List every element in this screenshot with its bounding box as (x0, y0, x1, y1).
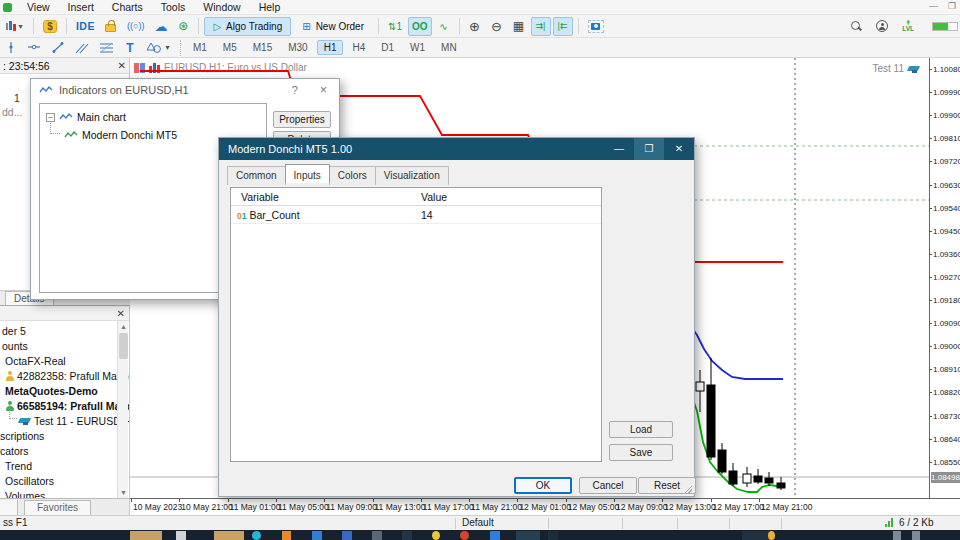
scroll-down-icon[interactable]: ▼ (119, 488, 128, 498)
text-tool[interactable]: T (120, 38, 140, 57)
nav-item-oscillators[interactable]: Oscillators (5, 474, 54, 488)
broadcast-button[interactable]: ((○)) (123, 17, 148, 36)
close-icon[interactable]: ✕ (118, 60, 126, 71)
tab-visualization[interactable]: Visualization (375, 166, 449, 185)
taskbar-icon[interactable] (490, 531, 500, 540)
nav-item-subscriptions[interactable]: scriptions (0, 429, 44, 443)
fibonacci-tool[interactable] (95, 38, 118, 57)
timeframe-mn[interactable]: MN (434, 40, 464, 55)
taskbar-icon[interactable] (342, 531, 352, 540)
scrollbar[interactable]: ▲ ▼ (117, 321, 128, 499)
tab-favorites[interactable]: Favorites (24, 500, 91, 515)
taskbar-icon[interactable] (372, 531, 382, 540)
tile-windows-button[interactable]: ▦ (509, 17, 529, 36)
taskbar-icon[interactable] (282, 531, 291, 540)
tree-item-modern-donchi[interactable]: Modern Donchi MT5 (82, 129, 177, 141)
menu-insert[interactable]: Insert (59, 1, 103, 13)
nav-item-octafx-real[interactable]: OctaFX-Real (5, 354, 66, 368)
cancel-button[interactable]: Cancel (579, 477, 637, 494)
scrollbar-thumb[interactable] (119, 333, 128, 359)
nav-item-account-42882358[interactable]: 42882358: Prafull Manoha (5, 369, 129, 383)
taskbar-icon[interactable] (432, 531, 440, 540)
tab-common[interactable]: Common (227, 166, 286, 185)
help-button[interactable]: ? (280, 84, 310, 96)
taskbar-active-app[interactable] (516, 531, 540, 540)
shapes-tool[interactable]: ▼ (142, 38, 175, 57)
timeframe-h1[interactable]: H1 (317, 40, 344, 55)
resize-grip[interactable] (683, 485, 692, 494)
save-button[interactable]: Save (609, 444, 673, 461)
nav-item-test11[interactable]: Test 11 - EURUSD,H1 (19, 414, 129, 428)
timeframe-d1[interactable]: D1 (374, 40, 401, 55)
ide-button[interactable]: IDE (72, 17, 99, 36)
zoom-in-button[interactable]: ⊕ (465, 17, 485, 36)
taskbar-tray-icon[interactable] (912, 531, 920, 540)
horizontal-line-tool[interactable] (23, 38, 45, 57)
nav-item-metaquotes-demo[interactable]: MetaQuotes-Demo (5, 384, 98, 398)
tree-item-main-chart[interactable]: Main chart (77, 111, 126, 123)
depth-of-market-button[interactable]: ΟΟ (408, 17, 432, 36)
menu-view[interactable]: View (18, 1, 59, 13)
lock-button[interactable] (101, 17, 121, 36)
indicators-dialog-titlebar[interactable]: Indicators on EURUSD,H1 ? × (31, 79, 339, 101)
taskbar-icon[interactable] (548, 531, 558, 540)
minimize-window-button[interactable]: — (929, 1, 938, 11)
menu-help[interactable]: Help (250, 1, 290, 13)
windows-taskbar[interactable] (0, 530, 960, 540)
taskbar-icon[interactable] (214, 531, 244, 540)
table-row[interactable]: 01 Bar_Count 14 (231, 206, 601, 224)
taskbar-icon[interactable] (252, 531, 261, 540)
timeframe-m15[interactable]: M15 (246, 40, 279, 55)
close-button[interactable]: ✕ (664, 138, 694, 160)
timeframe-w1[interactable]: W1 (403, 40, 432, 55)
deposit-button[interactable]: $ (39, 17, 61, 36)
taskbar-tray-icon[interactable] (893, 531, 901, 540)
market-watch-add-row[interactable]: dd... (2, 106, 22, 118)
zoom-out-button[interactable]: ⊖ (487, 17, 507, 36)
menu-tools[interactable]: Tools (152, 1, 195, 13)
taskbar-icon[interactable] (402, 531, 412, 540)
new-order-button[interactable]: ⊞ New Order (293, 17, 373, 36)
trendline-tool[interactable] (47, 38, 69, 57)
taskbar-icon[interactable] (312, 531, 322, 540)
timeframe-h4[interactable]: H4 (345, 40, 372, 55)
search-icon[interactable] (851, 21, 862, 32)
tab-colors[interactable]: Colors (329, 166, 376, 185)
shift-end-button[interactable]: ⇉| (531, 17, 551, 36)
menu-charts[interactable]: Charts (103, 1, 152, 13)
taskbar-icon[interactable] (176, 531, 186, 540)
nav-item-trend[interactable]: Trend (5, 459, 32, 473)
ok-button[interactable]: OK (514, 477, 572, 494)
inputs-table[interactable]: Variable Value 01 Bar_Count 14 (230, 187, 602, 462)
chart-type-dropdown[interactable]: ▼ (1, 17, 28, 36)
account-icon[interactable] (876, 20, 888, 32)
cloud-button[interactable]: ☁ (150, 17, 171, 36)
restore-button[interactable]: ❐ (634, 138, 664, 160)
tab-inputs[interactable]: Inputs (285, 164, 330, 183)
tab-stub[interactable] (0, 500, 18, 515)
sort-button[interactable]: ⇅1 (384, 17, 406, 36)
close-button[interactable]: × (316, 83, 331, 97)
nav-item-indicators[interactable]: cators (0, 444, 29, 458)
screenshot-button[interactable] (584, 17, 608, 36)
taskbar-icon[interactable] (768, 531, 775, 540)
nav-item-account-66585194[interactable]: 66585194: Prafull Mano (5, 399, 129, 413)
status-profile[interactable]: Default (462, 517, 494, 528)
timeframe-m5[interactable]: M5 (216, 40, 244, 55)
timeframe-m30[interactable]: M30 (281, 40, 314, 55)
taskbar-icon[interactable] (742, 531, 770, 540)
taskbar-icon[interactable] (460, 531, 469, 540)
price-axis[interactable]: 1.08498 1.100801.099901.099001.098101.09… (931, 58, 960, 498)
zigzag-button[interactable]: ∿ (434, 17, 454, 36)
channel-tool[interactable] (71, 38, 93, 57)
nav-item-metatrader5[interactable]: der 5 (2, 324, 26, 338)
menu-window[interactable]: Window (194, 1, 249, 13)
time-axis[interactable]: 10 May 202310 May 21:0011 May 01:0011 Ma… (130, 498, 960, 515)
close-icon[interactable]: ✕ (113, 308, 129, 319)
load-button[interactable]: Load (609, 421, 673, 438)
auto-scroll-button[interactable]: |⇇ (553, 17, 573, 36)
timeframe-m1[interactable]: M1 (186, 40, 214, 55)
variable-value[interactable]: 14 (417, 209, 433, 221)
level-icon[interactable]: ↟LVL (902, 20, 914, 33)
vertical-line-tool[interactable] (1, 38, 21, 57)
